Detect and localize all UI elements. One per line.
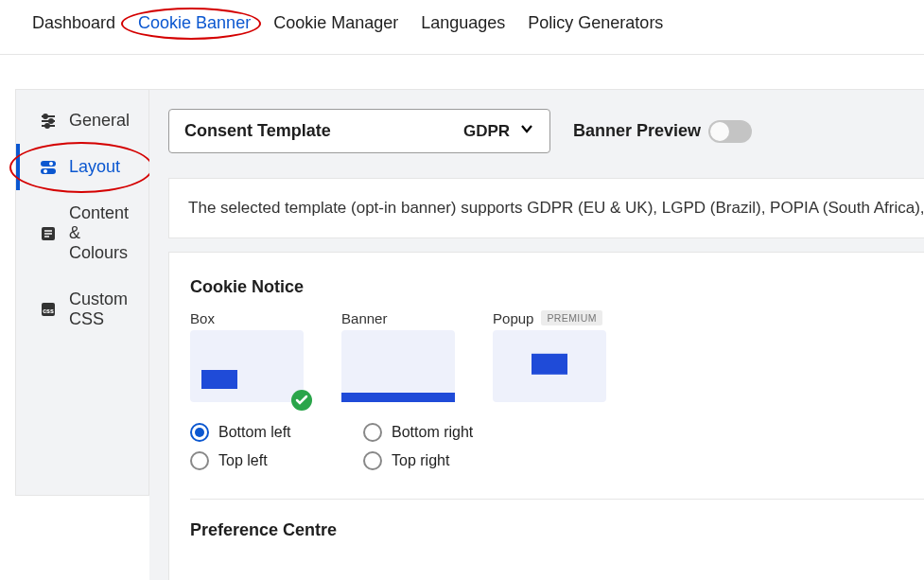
notice-type-box[interactable] <box>190 330 304 402</box>
layout-icon <box>39 158 58 177</box>
banner-preview-toggle[interactable] <box>708 120 752 143</box>
content-icon <box>39 224 58 243</box>
sidebar-item-label: General <box>69 111 130 131</box>
sidebar: General Layout C <box>15 89 149 496</box>
nav-item-languages[interactable]: Languages <box>421 13 505 33</box>
sliders-icon <box>39 112 58 131</box>
svg-point-1 <box>44 114 47 118</box>
notice-type-label-banner: Banner <box>341 310 455 326</box>
radio-label: Top right <box>392 452 449 469</box>
nav-item-dashboard[interactable]: Dashboard <box>32 13 115 33</box>
preference-centre-heading: Preference Centre <box>190 520 924 540</box>
sidebar-item-content-colours[interactable]: Content & Colours <box>16 190 148 276</box>
radio-label: Top left <box>218 452 268 469</box>
svg-rect-6 <box>41 161 56 167</box>
premium-badge: PREMIUM <box>541 310 601 325</box>
main-panel: Consent Template GDPR Banner Preview The… <box>149 89 924 580</box>
svg-point-5 <box>45 124 49 128</box>
radio-icon <box>190 423 209 442</box>
cookie-notice-heading: Cookie Notice <box>190 277 924 297</box>
radio-icon <box>363 451 382 470</box>
css-icon: css <box>39 300 58 319</box>
consent-template-select[interactable]: Consent Template GDPR <box>168 109 550 153</box>
position-top-left[interactable]: Top left <box>190 451 346 470</box>
sidebar-item-label: Layout <box>69 157 120 177</box>
notice-type-label-box: Box <box>190 310 304 326</box>
template-description: The selected template (opt-in banner) su… <box>168 178 924 238</box>
consent-template-label: Consent Template <box>184 121 331 141</box>
position-bottom-right[interactable]: Bottom right <box>363 423 519 442</box>
consent-template-value: GDPR <box>463 122 510 141</box>
sidebar-item-custom-css[interactable]: css Custom CSS <box>16 276 148 343</box>
sidebar-item-label: Content & Colours <box>69 203 130 263</box>
position-bottom-left[interactable]: Bottom left <box>190 423 346 442</box>
notice-type-popup[interactable] <box>493 330 606 402</box>
radio-label: Bottom right <box>392 424 473 441</box>
svg-text:css: css <box>43 308 54 314</box>
banner-preview-label: Banner Preview <box>573 121 701 141</box>
radio-label: Bottom left <box>218 424 290 441</box>
radio-icon <box>363 423 382 442</box>
svg-rect-8 <box>41 168 56 174</box>
nav-item-cookie-manager[interactable]: Cookie Manager <box>273 13 398 33</box>
nav-item-cookie-banner[interactable]: Cookie Banner <box>138 13 251 33</box>
divider <box>190 499 924 500</box>
sidebar-item-label: Custom CSS <box>69 290 130 329</box>
nav-item-policy-generators[interactable]: Policy Generators <box>528 13 663 33</box>
top-nav: Dashboard Cookie Banner Cookie Manager L… <box>0 0 924 55</box>
notice-type-banner[interactable] <box>341 330 455 402</box>
position-radio-group: Bottom left Bottom right Top left Top ri… <box>190 423 924 470</box>
radio-icon <box>190 451 209 470</box>
cookie-notice-card: Cookie Notice Box Banner <box>168 252 924 581</box>
notice-type-label-popup: Popup <box>493 310 533 326</box>
svg-point-9 <box>44 169 47 173</box>
sidebar-item-general[interactable]: General <box>16 97 148 144</box>
chevron-down-icon <box>519 121 534 141</box>
svg-point-7 <box>49 162 53 166</box>
sidebar-item-layout[interactable]: Layout <box>16 144 148 190</box>
position-top-right[interactable]: Top right <box>363 451 519 470</box>
check-circle-icon <box>290 389 313 412</box>
svg-point-3 <box>49 119 53 123</box>
